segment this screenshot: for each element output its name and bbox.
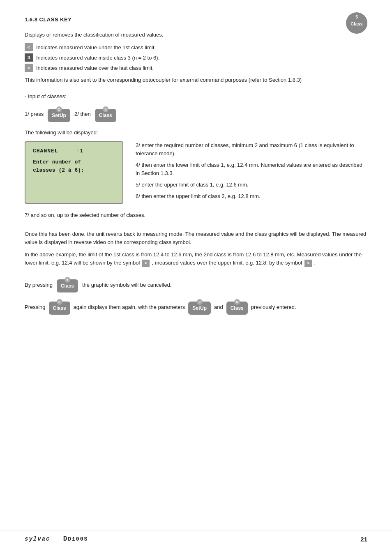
less-symbol: < (25, 43, 33, 51)
setup-btn-num: 2 (56, 106, 62, 112)
lcd-channel-arrow: ↑1 (76, 148, 84, 154)
step-7: 7/ and so on, up to the selected number … (25, 211, 367, 219)
indicator-3-text: Indicates measured value inside class 3 … (36, 55, 159, 61)
paragraph2-end: . (314, 260, 316, 266)
following-label: The following will be displayed: (25, 129, 367, 137)
paragraph2: In the above example, the limit of the 1… (25, 251, 367, 267)
step-4: 4/ then enter the lower limit of class 1… (136, 161, 367, 177)
press-row: 1/ press 2 SetUp 2/ then 5 Class (25, 106, 367, 122)
display-section: CHANNEL ↑1 Enter number ofclasses (2 à 6… (25, 141, 367, 204)
lcd-line1: Enter number of (33, 159, 81, 165)
by-pressing-suffix: the graphic symbols will be cancelled. (82, 282, 172, 288)
steps-section: 3/ enter the required number of classes,… (136, 141, 367, 204)
three-symbol: 3 (25, 53, 33, 62)
lcd-text: Enter number ofclasses (2 à 6): (33, 158, 115, 175)
step-3: 3/ enter the required number of classes,… (136, 141, 367, 158)
setup-button[interactable]: 2 SetUp (48, 109, 70, 122)
class-key-badge-top: 5 Class (346, 12, 367, 34)
lcd-channel-line: CHANNEL ↑1 (33, 148, 115, 154)
page-footer: sylvac DD100S 21 (0, 530, 392, 543)
input-classes-label: - Input of classes: (25, 92, 367, 101)
by-pressing-row: By pressing 5 Class the graphic symbols … (25, 277, 367, 292)
pressing-btn1-label: Class (53, 305, 66, 311)
greater-symbol: > (25, 64, 33, 72)
content-body: Displays or removes the classification o… (25, 31, 367, 315)
class-button-cancel[interactable]: 5 Class (57, 279, 78, 292)
pressing-btn2-num: 2 (197, 299, 203, 305)
class-btn-label-cancel: Class (61, 283, 74, 289)
description-text: Displays or removes the classification o… (25, 31, 367, 39)
class-btn-num-cancel: 5 (65, 277, 70, 283)
lcd-line2: classes (2 à 6): (33, 167, 84, 173)
page-header: 1.6.8 CLASS KEY (25, 16, 367, 23)
section-title: 1.6.8 CLASS KEY (25, 16, 71, 23)
class-btn-num-press: 5 (103, 106, 108, 112)
pressing-mid: again displays them again, with the para… (74, 304, 185, 310)
badge-num-top: 5 (355, 15, 358, 20)
indicator-less: < Indicates measured value under the 1st… (25, 43, 367, 51)
page-number: 21 (360, 536, 367, 543)
footer-brand: sylvac DD100S (25, 535, 88, 543)
class-button-pressing2[interactable]: 5 Class (226, 302, 248, 315)
lcd-screen: CHANNEL ↑1 Enter number ofclasses (2 à 6… (25, 141, 123, 204)
class-button-pressing1[interactable]: 5 Class (49, 302, 70, 315)
lcd-channel-label: CHANNEL (33, 148, 58, 154)
inline-greater-symbol: > (304, 260, 312, 267)
pressing-and: and (214, 304, 223, 310)
pressing-prefix: Pressing (25, 304, 46, 310)
brand-model: D100S (68, 536, 88, 542)
setup-button-pressing[interactable]: 2 SetUp (188, 302, 211, 315)
pressing-row: Pressing 5 Class again displays them aga… (25, 299, 367, 315)
setup-btn-label: SetUp (52, 113, 66, 118)
step-5: 5/ enter the upper limit of class 1, e.g… (136, 181, 367, 189)
press-step1: 1/ press (25, 111, 44, 117)
badge-label-top: Class (350, 21, 362, 27)
indicator-less-text: Indicates measured value under the 1st c… (36, 44, 156, 51)
optocoupler-note: This information is also sent to the cor… (25, 76, 367, 84)
brand-d: D (63, 535, 68, 543)
pressing-btn1-num: 5 (57, 299, 62, 305)
inline-less-symbol: < (142, 260, 150, 267)
paragraph2-mid: , measured values over the upper limit, … (152, 260, 302, 266)
pressing-suffix: previously entered. (251, 304, 296, 310)
by-pressing-prefix: By pressing (25, 282, 53, 288)
step-6: 6/ then enter the upper limit of class 2… (136, 192, 367, 200)
class-button-press[interactable]: 5 Class (95, 109, 116, 122)
class-btn-label-press: Class (99, 113, 112, 118)
pressing-btn3-label: Class (231, 305, 244, 311)
indicator-greater-text: Indicates measured value over the last c… (36, 65, 154, 71)
pressing-btn3-num: 5 (234, 299, 240, 305)
indicator-greater: > Indicates measured value over the last… (25, 64, 367, 72)
pressing-btn2-label: SetUp (192, 305, 207, 311)
paragraph1: Once this has been done, the unit revert… (25, 230, 367, 246)
indicator-3: 3 Indicates measured value inside class … (25, 53, 367, 62)
brand-name: sylvac (25, 536, 50, 542)
press-step2: 2/ then (74, 111, 91, 117)
